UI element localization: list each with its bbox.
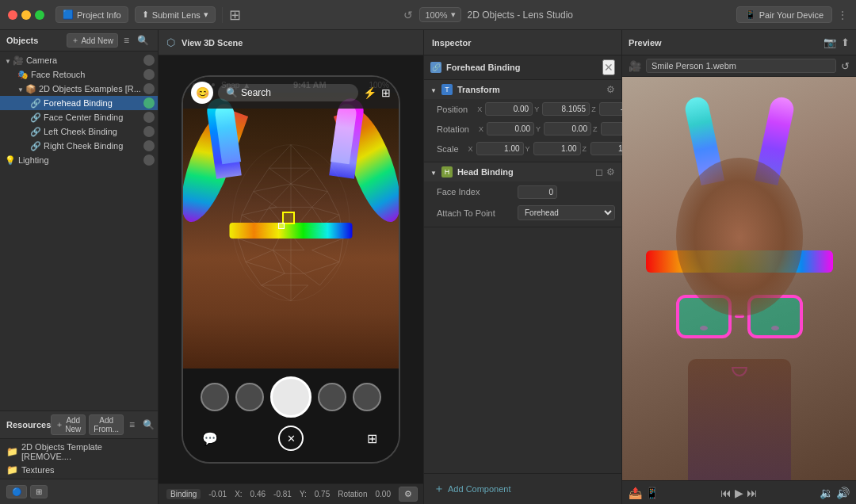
camera-label: Camera bbox=[26, 55, 143, 65]
attach-point-select[interactable]: Forehead Nose Left Eye Right Eye Mouth C… bbox=[518, 205, 615, 220]
search-avatar: 😊 bbox=[191, 82, 213, 104]
position-x-input[interactable] bbox=[485, 102, 533, 116]
rotation-x-input[interactable] bbox=[487, 122, 534, 136]
head-binding-header[interactable]: H Head Binding ◻ ⚙ bbox=[424, 162, 621, 181]
forehead-badge bbox=[143, 97, 155, 109]
search-glass-icon: 🔍 bbox=[226, 87, 238, 98]
left-cheek-icon: 🔗 bbox=[30, 127, 41, 137]
tree-item-lighting[interactable]: 💡 Lighting bbox=[0, 153, 158, 167]
res-item-textures[interactable]: 📁 Textures bbox=[0, 463, 158, 477]
capture-main-btn[interactable] bbox=[270, 376, 311, 418]
preview-device-btn[interactable]: 📱 bbox=[645, 487, 659, 499]
left-panel: Objects ＋ Add New ≡ 🔍 🎥 Camera 🎭 bbox=[0, 30, 159, 504]
objects-title: Objects bbox=[6, 36, 38, 45]
scale-x-input[interactable] bbox=[476, 142, 524, 155]
preview-playback-controls: ⏮ ▶ ⏭ bbox=[720, 487, 758, 499]
close-capture-icon[interactable]: ✕ bbox=[278, 426, 304, 451]
capture-opt-1[interactable] bbox=[201, 383, 229, 411]
preview-bottom-bar: 📤 📱 ⏮ ▶ ⏭ 🔉 🔊 bbox=[622, 480, 856, 504]
close-window-btn[interactable] bbox=[8, 10, 17, 20]
preview-file-input[interactable] bbox=[646, 59, 836, 73]
vol-down-btn[interactable]: 🔉 bbox=[820, 487, 833, 499]
add-component-plus-icon: ＋ bbox=[434, 482, 445, 496]
submit-lens-btn[interactable]: ⬆ Submit Lens ▾ bbox=[135, 6, 216, 23]
prev-skip-forward-btn[interactable]: ⏭ bbox=[747, 487, 758, 499]
add-component-btn[interactable]: ＋ Add Component bbox=[429, 479, 516, 499]
capture-opt-2[interactable] bbox=[235, 383, 264, 411]
inspector-close-btn[interactable]: ✕ bbox=[602, 59, 615, 75]
vol-up-btn[interactable]: 🔊 bbox=[836, 487, 850, 499]
gallery-icon[interactable]: ⊞ bbox=[381, 86, 391, 99]
tree-item-2d-objects[interactable]: 📦 2D Objects Examples [R... bbox=[0, 82, 158, 96]
face-retouch-badge bbox=[143, 69, 155, 80]
app-title-bar: ↺ 100% ▾ 2D Objects - Lens Studio bbox=[247, 7, 730, 22]
more-options-icon[interactable]: ⋮ bbox=[837, 9, 848, 21]
head-binding-settings[interactable]: ⚙ bbox=[606, 166, 615, 178]
phone-search-bar[interactable]: 😊 🔍 Search ⚡ ⊞ bbox=[183, 77, 399, 109]
res-2d-template-label: 2D Objects Template [REMOVE.... bbox=[21, 442, 151, 461]
filter-icon[interactable]: ≡ bbox=[121, 34, 132, 47]
tree-item-forehead-binding[interactable]: 🔗 Forehead Binding bbox=[0, 96, 158, 110]
svg-marker-12 bbox=[269, 184, 311, 208]
viewport-title: View 3D Scene bbox=[182, 38, 243, 48]
caret-camera bbox=[5, 56, 11, 65]
tree-item-right-cheek[interactable]: 🔗 Right Cheek Binding bbox=[0, 139, 158, 153]
x-axis-label: X bbox=[477, 105, 483, 113]
right-cheek-badge bbox=[143, 140, 155, 151]
ar-headband bbox=[230, 223, 353, 239]
search-icon[interactable]: 🔍 bbox=[135, 34, 151, 47]
viewport[interactable]: Snap ▲ 9:41 AM 100% 😊 🔍 Search ⚡ ⊞ bbox=[159, 55, 423, 483]
minimize-window-btn[interactable] bbox=[21, 10, 31, 20]
rotation-y-input[interactable] bbox=[544, 122, 591, 136]
add-new-btn[interactable]: ＋ Add New bbox=[67, 33, 118, 48]
res-add-from-btn[interactable]: Add From... bbox=[89, 414, 124, 435]
zoom-control[interactable]: 100% ▾ bbox=[419, 7, 460, 22]
tree-item-camera[interactable]: 🎥 Camera bbox=[0, 53, 158, 67]
preview-share-btn[interactable]: 📤 bbox=[629, 487, 642, 499]
preview-share-icon[interactable]: ⬆ bbox=[841, 36, 850, 48]
prev-play-btn[interactable]: ▶ bbox=[735, 487, 743, 499]
preview-header: Preview 📷 ⬆ bbox=[622, 30, 856, 55]
tree-item-left-cheek[interactable]: 🔗 Left Cheek Binding bbox=[0, 124, 158, 139]
grid-btn[interactable]: ⊞ bbox=[30, 485, 48, 498]
face-background bbox=[183, 93, 399, 368]
face-index-input[interactable] bbox=[518, 185, 557, 199]
tree-item-face-retouch[interactable]: 🎭 Face Retouch bbox=[0, 67, 158, 82]
res-filter-icon[interactable]: ≡ bbox=[127, 418, 137, 431]
transform-header[interactable]: T Transform ⚙ bbox=[424, 80, 621, 99]
lighting-badge bbox=[143, 155, 155, 166]
undo-icon[interactable]: ↺ bbox=[403, 9, 413, 21]
left-bottom-buttons: 🔵 ⊞ bbox=[6, 485, 48, 498]
face-index-label: Face Index bbox=[430, 185, 518, 199]
prev-skip-back-btn[interactable]: ⏮ bbox=[720, 487, 732, 499]
lighting-icon: 💡 bbox=[5, 155, 16, 166]
project-info-btn[interactable]: 🟦 Project Info bbox=[55, 6, 128, 23]
transform-settings-icon[interactable]: ⚙ bbox=[606, 84, 615, 95]
tree-item-face-center[interactable]: 🔗 Face Center Binding bbox=[0, 110, 158, 124]
res-search-icon[interactable]: 🔍 bbox=[140, 418, 157, 431]
res-add-new-btn[interactable]: ＋ Add New bbox=[51, 414, 86, 435]
face-retouch-label: Face Retouch bbox=[31, 70, 143, 79]
maximize-window-btn[interactable] bbox=[35, 10, 44, 20]
position-y-input[interactable] bbox=[542, 102, 590, 116]
chat-icon[interactable]: 💬 bbox=[199, 427, 221, 449]
res-item-2d-template[interactable]: 📁 2D Objects Template [REMOVE.... bbox=[0, 441, 158, 463]
attach-point-row: Attach To Point Forehead Nose Left Eye R… bbox=[424, 202, 621, 227]
preview-camera-icon[interactable]: 📷 bbox=[824, 36, 836, 48]
capture-opt-4[interactable] bbox=[353, 383, 381, 411]
face-center-badge bbox=[143, 112, 155, 123]
position-label: Position bbox=[430, 102, 474, 116]
flash-icon[interactable]: ⚡ bbox=[363, 86, 376, 99]
svg-marker-3 bbox=[242, 192, 277, 216]
project-icon: 🟦 bbox=[63, 10, 74, 20]
caret-2dobjects bbox=[17, 85, 24, 94]
pair-device-btn[interactable]: 📱 Pair Your Device bbox=[736, 6, 832, 23]
scale-y-input[interactable] bbox=[533, 142, 581, 155]
gallery-action-icon[interactable]: ⊞ bbox=[361, 427, 383, 449]
lens-icon-btn[interactable]: 🔵 bbox=[6, 485, 27, 498]
capture-opt-3[interactable] bbox=[318, 383, 346, 411]
refresh-preview-btn[interactable]: ↺ bbox=[841, 60, 850, 72]
settings-icon-btn[interactable]: ⚙ bbox=[399, 487, 418, 502]
phone-search-input[interactable]: 🔍 Search bbox=[218, 84, 358, 101]
head-binding-toggle[interactable]: ◻ bbox=[595, 166, 603, 178]
